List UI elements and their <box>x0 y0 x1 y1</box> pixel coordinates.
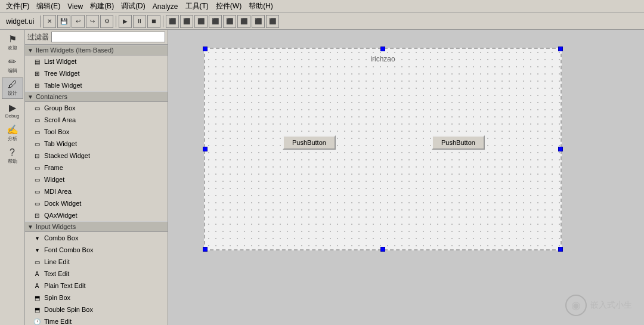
menu-help[interactable]: 帮助(H) <box>245 0 277 13</box>
left-icon-welcome[interactable]: ⚑ 欢迎 <box>2 32 23 54</box>
toolbar-btn-7[interactable]: ⏸ <box>133 15 146 28</box>
group-box-label: Group Box <box>44 104 76 112</box>
menu-analyze[interactable]: Analyze <box>149 1 182 12</box>
menu-build[interactable]: 构建(B) <box>86 0 117 13</box>
left-icon-help[interactable]: ? 帮助 <box>2 146 23 167</box>
toolbar-align-center[interactable]: ⬛ <box>180 15 193 28</box>
watermark-icon: ◉ <box>565 295 587 316</box>
menu-view[interactable]: View <box>64 1 86 12</box>
toolbar-btn-15[interactable]: ⬛ <box>252 15 265 28</box>
handle-bottom-right[interactable] <box>558 247 563 252</box>
widget-tree-widget[interactable]: ⊞ Tree Widget <box>25 67 168 79</box>
toolbar-btn-5[interactable]: ⚙ <box>100 15 113 28</box>
widget-dock-widget[interactable]: ▭ Dock Widget <box>25 197 168 209</box>
push-button-1[interactable]: PushButton <box>283 135 336 150</box>
toolbar-align-left[interactable]: ⬛ <box>166 15 179 28</box>
widget-qax-widget[interactable]: ⊡ QAxWidget <box>25 209 168 221</box>
widget-table-widget[interactable]: ⊟ Table Widget <box>25 79 168 91</box>
spin-box-icon: ⬒ <box>32 293 42 302</box>
widget-tab-widget[interactable]: ▭ Tab Widget <box>25 138 168 150</box>
containers-label: Containers <box>36 93 67 100</box>
input-widgets-arrow: ▼ <box>27 224 33 230</box>
category-containers[interactable]: ▼ Containers <box>25 91 168 102</box>
time-edit-icon: 🕐 <box>32 317 42 325</box>
push-button-2[interactable]: PushButton <box>432 135 485 150</box>
left-icon-edit[interactable]: ✏ 编辑 <box>2 55 23 76</box>
menu-edit[interactable]: 编辑(E) <box>33 0 64 13</box>
menu-file[interactable]: 文件(F) <box>2 0 33 13</box>
watermark: ◉ 嵌入式小生 <box>565 295 632 316</box>
filter-label: 过滤器 <box>27 32 49 42</box>
toolbar-btn-12[interactable]: ⬛ <box>209 15 222 28</box>
category-item-widgets[interactable]: ▼ Item Widgets (Item-Based) <box>25 45 168 55</box>
toolbar-btn-3[interactable]: ↩ <box>72 15 85 28</box>
toolbar-btn-16[interactable]: ⬛ <box>266 15 279 28</box>
widget-frame[interactable]: ▭ Frame <box>25 162 168 174</box>
help-label: 帮助 <box>8 158 17 165</box>
toolbar-save-btn[interactable]: 💾 <box>57 15 70 28</box>
double-spin-box-label: Double Spin Box <box>44 306 93 313</box>
table-widget-icon: ⊟ <box>32 81 42 90</box>
toolbar-run-btn[interactable]: ▶ <box>119 15 132 28</box>
toolbar-btn-8[interactable]: ⏹ <box>147 15 160 28</box>
widget-list: ▼ Item Widgets (Item-Based) ▤ List Widge… <box>25 45 168 325</box>
input-widgets-label: Input Widgets <box>36 223 76 230</box>
toolbar-btn-14[interactable]: ⬛ <box>237 15 250 28</box>
left-icon-analyze[interactable]: ✍ 分析 <box>2 123 23 144</box>
toolbar-close-btn[interactable]: ✕ <box>43 15 56 28</box>
item-widgets-arrow: ▼ <box>27 47 33 54</box>
handle-bottom-middle[interactable] <box>380 247 385 252</box>
tool-box-icon: ▭ <box>32 127 42 137</box>
widget-mdi-area[interactable]: ▭ MDI Area <box>25 185 168 197</box>
widget-double-spin-box[interactable]: ⬒ Double Spin Box <box>25 304 168 315</box>
widget-text-edit[interactable]: A Text Edit <box>25 268 168 280</box>
widget-widget[interactable]: ▭ Widget <box>25 174 168 185</box>
analyze-label: 分析 <box>8 135 17 142</box>
category-input-widgets[interactable]: ▼ Input Widgets <box>25 221 168 232</box>
toolbar-align-right[interactable]: ⬛ <box>194 15 208 28</box>
widget-icon: ▭ <box>32 175 42 184</box>
left-icon-design[interactable]: 🖊 设计 <box>2 78 23 99</box>
widget-plain-text-edit[interactable]: A Plain Text Edit <box>25 280 168 292</box>
widget-group-box[interactable]: ▭ Group Box <box>25 102 168 114</box>
left-icon-debug[interactable]: ▶ Debug <box>2 100 23 122</box>
handle-middle-right[interactable] <box>558 147 563 151</box>
double-spin-box-icon: ⬒ <box>32 305 42 314</box>
scroll-area-label: Scroll Area <box>44 116 76 123</box>
toolbar-filename: widget.ui <box>2 17 38 26</box>
handle-top-left[interactable] <box>203 47 208 51</box>
mdi-area-icon: ▭ <box>32 187 42 196</box>
toolbar-separator-2 <box>116 16 116 27</box>
widget-tool-box[interactable]: ▭ Tool Box <box>25 126 168 138</box>
handle-top-right[interactable] <box>558 47 563 51</box>
qax-widget-label: QAxWidget <box>44 212 78 219</box>
widget-list-widget[interactable]: ▤ List Widget <box>25 55 168 67</box>
widget-scroll-area[interactable]: ▭ Scroll Area <box>25 114 168 126</box>
toolbar-separator-3 <box>163 16 163 27</box>
menu-debug[interactable]: 调试(D) <box>117 0 149 13</box>
menu-tools[interactable]: 工具(T) <box>182 0 212 13</box>
widget-line-edit[interactable]: ▭ Line Edit <box>25 256 168 268</box>
qax-widget-icon: ⊡ <box>32 211 42 220</box>
widget-font-combo-box[interactable]: ▾ Font Combo Box <box>25 244 168 256</box>
text-edit-label: Text Edit <box>44 270 69 277</box>
filter-input[interactable] <box>51 32 165 42</box>
toolbar-btn-4[interactable]: ↪ <box>86 15 99 28</box>
design-canvas[interactable]: irichzao PushButton PushButton <box>204 48 562 250</box>
widget-spin-box[interactable]: ⬒ Spin Box <box>25 292 168 304</box>
widget-stacked-widget[interactable]: ⊡ Stacked Widget <box>25 150 168 162</box>
widget-time-edit[interactable]: 🕐 Time Edit <box>25 315 168 325</box>
list-widget-icon: ▤ <box>32 57 42 66</box>
menu-controls[interactable]: 控件(W) <box>212 0 245 13</box>
widget-combo-box[interactable]: ▾ Combo Box <box>25 232 168 244</box>
tree-widget-label: Tree Widget <box>44 70 80 77</box>
spin-box-label: Spin Box <box>44 294 70 301</box>
toolbar-btn-13[interactable]: ⬛ <box>223 15 236 28</box>
handle-top-middle[interactable] <box>380 47 385 51</box>
menu-bar: 文件(F) 编辑(E) View 构建(B) 调试(D) Analyze 工具(… <box>0 0 644 13</box>
handle-bottom-left[interactable] <box>203 247 208 252</box>
edit-label: 编辑 <box>8 67 17 74</box>
handle-middle-left[interactable] <box>203 147 208 151</box>
frame-icon: ▭ <box>32 163 42 172</box>
welcome-icon: ⚑ <box>8 35 17 44</box>
